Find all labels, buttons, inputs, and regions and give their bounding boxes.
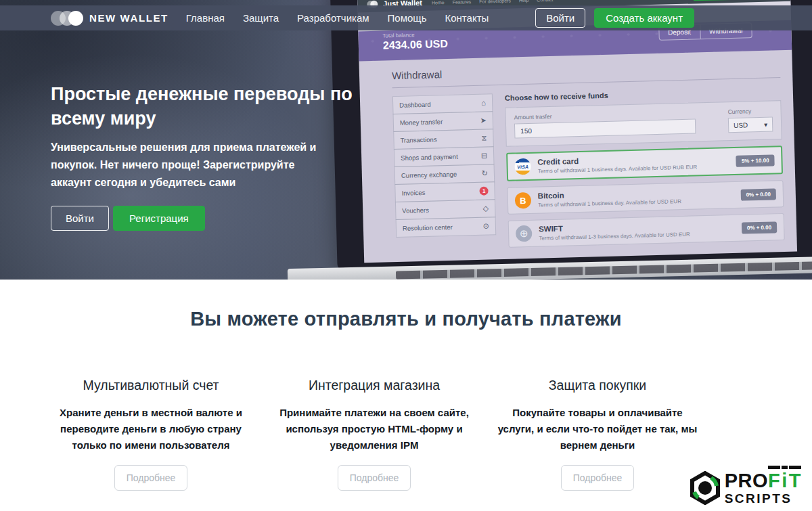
send-icon: ➤ xyxy=(480,117,487,125)
laptop-screen: Just Wallet Home Features For developers… xyxy=(357,0,797,263)
visa-icon: VISA xyxy=(514,158,531,175)
amount-panel: Amount trasfer Currency USD ▾ xyxy=(505,100,782,147)
tag-icon: ◇ xyxy=(483,204,489,212)
more-button[interactable]: Подробнее xyxy=(114,465,188,491)
brand-name: NEW WALLET xyxy=(89,12,168,24)
scripts-wordmark: SCRIPTS xyxy=(725,492,801,505)
nav-actions: Войти Создать аккаунт xyxy=(535,8,694,28)
more-button[interactable]: Подробнее xyxy=(338,465,411,491)
globe-icon: ⊕ xyxy=(516,225,533,242)
feature-title: Защита покупки xyxy=(494,378,701,393)
method-swift: ⊕ SWIFT Terms of withdrawal 1-3 business… xyxy=(508,213,785,248)
exchange-icon: ↻ xyxy=(482,169,489,177)
brand-circle-icon xyxy=(68,11,83,26)
wallet-top-link: For developers xyxy=(479,0,511,3)
profit-scripts-logo[interactable]: PROFiT SCRIPTS xyxy=(689,471,801,505)
wallet-body: Withdrawal Dashboard ⌂ Money transfer ➤ … xyxy=(359,50,796,252)
method-fee-badge: 0% + 0.00 xyxy=(742,221,777,234)
hero-register-button[interactable]: Регистрация xyxy=(113,206,205,231)
nav-link-developers[interactable]: Разработчикам xyxy=(297,12,369,24)
bitcoin-icon: B xyxy=(515,192,532,209)
method-fee-badge: 0% + 0.00 xyxy=(740,188,776,200)
hero-copy: Простые денежные переводы по всему миру … xyxy=(51,83,362,231)
currency-label: Currency xyxy=(727,107,772,115)
nav-link-home[interactable]: Главная xyxy=(186,12,225,24)
method-terms: Terms of withdrawal 1 business days. Ava… xyxy=(538,164,698,174)
login-button[interactable]: Войти xyxy=(535,8,585,28)
nav-link-security[interactable]: Защита xyxy=(243,12,279,24)
feature-text: Храните деньги в местной валюте и перево… xyxy=(47,405,254,453)
method-bitcoin: B Bitcoin Terms of withdrawal 1 business… xyxy=(507,180,784,215)
feature-shop-integration: Интеграция магазина Принимайте платежи н… xyxy=(263,378,486,491)
wallet-top-link: Help xyxy=(519,0,529,3)
feature-title: Мультивалютный счет xyxy=(47,378,254,393)
home-icon: ⌂ xyxy=(481,99,486,107)
hero-title: Простые денежные переводы по всему миру xyxy=(51,83,362,131)
nav-link-help[interactable]: Помощь xyxy=(388,12,427,24)
feature-title: Интеграция магазина xyxy=(271,378,478,393)
wallet-top-link: Home xyxy=(432,0,445,5)
more-button[interactable]: Подробнее xyxy=(561,465,635,491)
hero-login-button[interactable]: Войти xyxy=(51,206,109,231)
navbar: NEW WALLET Главная Защита Разработчикам … xyxy=(0,5,812,30)
wallet-top-link: Contact xyxy=(537,0,553,2)
wallet-topbar-green-button xyxy=(693,0,763,1)
method-credit-card: VISA Credit card Terms of withdrawal 1 b… xyxy=(506,146,783,181)
wallet-page-title: Withdrawal xyxy=(392,60,780,81)
feature-purchase-protection: Защита покупки Покупайте товары и оплачи… xyxy=(486,378,709,491)
hourglass-icon: ⧖ xyxy=(482,135,487,142)
create-account-button[interactable]: Создать аккаунт xyxy=(594,8,694,28)
chevron-down-icon: ▾ xyxy=(764,120,767,128)
choose-funds-heading: Choose how to receive funds xyxy=(505,87,781,102)
feature-text: Принимайте платежи на своем сайте, испол… xyxy=(271,405,478,453)
amount-input xyxy=(514,118,696,138)
hero-subtitle: Универсальные решения для приема платеже… xyxy=(51,139,321,192)
wallet-topbar-links: Home Features For developers Help Contac… xyxy=(432,0,554,5)
nav-links: Главная Защита Разработчикам Помощь Конт… xyxy=(186,12,489,24)
wallet-top-link: Features xyxy=(452,0,471,4)
sidebar-item-resolution-center: Resolution center ⊙ xyxy=(396,217,497,238)
hexagon-gear-icon xyxy=(689,471,721,505)
feature-multicurrency: Мультивалютный счет Храните деньги в мес… xyxy=(39,378,263,491)
method-fee-badge: 5% + 10.00 xyxy=(736,154,775,166)
nav-link-contacts[interactable]: Контакты xyxy=(445,12,489,24)
profit-wordmark: PROFiT xyxy=(725,471,801,491)
method-terms: Terms of withdrawal 1-3 business days. A… xyxy=(539,231,690,242)
invoices-badge: 1 xyxy=(479,186,488,195)
bag-icon: ⊟ xyxy=(481,152,488,159)
brand-logo: NEW WALLET xyxy=(51,11,168,26)
hero-section: Just Wallet Home Features For developers… xyxy=(0,0,812,280)
currency-select: USD ▾ xyxy=(728,116,773,133)
wallet-main-panel: Choose how to receive funds Amount trasf… xyxy=(505,87,785,248)
feature-text: Покупайте товары и оплачивайте услуги, и… xyxy=(494,405,701,453)
method-terms: Terms of withdrawal 1 business day. Avai… xyxy=(538,198,681,208)
wallet-sidebar: Dashboard ⌂ Money transfer ➤ Transaction… xyxy=(392,94,497,250)
features-heading: Вы можете отправлять и получать платежи xyxy=(0,308,812,330)
pin-icon: ⊙ xyxy=(483,222,490,229)
features-section: Вы можете отправлять и получать платежи … xyxy=(0,280,812,491)
